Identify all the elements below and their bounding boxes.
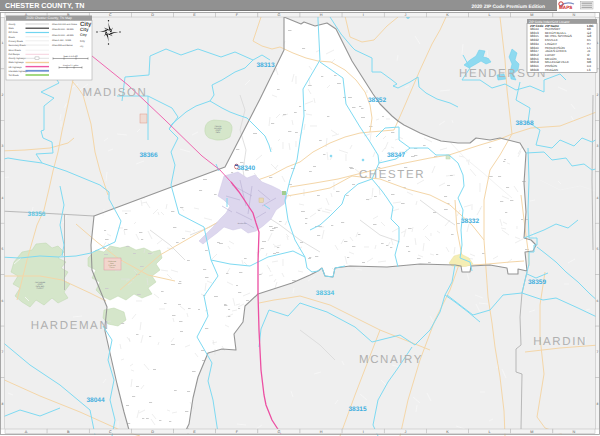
svg-text:38359: 38359 — [528, 279, 546, 286]
svg-text:38334: 38334 — [316, 290, 335, 297]
svg-text:38368: 38368 — [530, 68, 539, 72]
svg-text:K: K — [446, 430, 449, 434]
svg-text:Exit Ramps: Exit Ramps — [9, 53, 21, 56]
svg-text:Minor Roads: Minor Roads — [9, 49, 22, 52]
svg-text:5: 5 — [597, 247, 599, 251]
svg-text:L: L — [489, 13, 491, 17]
svg-text:L: L — [489, 430, 491, 434]
svg-text:CHESTER COUNTY, TN: CHESTER COUNTY, TN — [5, 1, 84, 10]
svg-text:G: G — [277, 13, 280, 17]
svg-text:Cities 100,000 and Above: Cities 100,000 and Above — [52, 23, 78, 26]
svg-text:HARDIN: HARDIN — [533, 336, 587, 348]
svg-text:N: N — [573, 13, 576, 17]
svg-text:Toll Roads: Toll Roads — [9, 74, 20, 77]
svg-text:38352: 38352 — [368, 97, 386, 104]
svg-text:D: D — [151, 430, 154, 434]
svg-text:REAGAN: REAGAN — [545, 68, 558, 72]
svg-text:HARDEMAN: HARDEMAN — [31, 320, 110, 332]
svg-text:Cities 50,000 - 99,999: Cities 50,000 - 99,999 — [52, 28, 74, 31]
svg-text:Cities 10,000 - 49,999: Cities 10,000 - 49,999 — [52, 34, 74, 37]
svg-text:38340: 38340 — [237, 165, 255, 172]
svg-text:4: 4 — [2, 196, 4, 200]
svg-text:Cities 999 and Below: Cities 999 and Below — [52, 44, 73, 47]
svg-text:J: J — [404, 13, 406, 17]
svg-text:Roads: Roads — [9, 36, 16, 39]
svg-text:Scale 1:158,400: Scale 1:158,400 — [63, 55, 78, 58]
svg-text:7: 7 — [2, 350, 4, 354]
svg-text:38356: 38356 — [28, 211, 46, 218]
svg-text:6: 6 — [2, 299, 4, 303]
svg-text:Cities 1,000 - 9,999: Cities 1,000 - 9,999 — [52, 39, 72, 42]
svg-text:M: M — [530, 13, 533, 17]
svg-text:H: H — [320, 430, 323, 434]
svg-text:MCNAIRY: MCNAIRY — [359, 354, 423, 366]
svg-text:City: City — [80, 33, 87, 37]
svg-text:K: K — [446, 13, 449, 17]
svg-text:State: State — [9, 27, 15, 30]
svg-text:G: G — [277, 430, 280, 434]
svg-text:L3: L3 — [587, 68, 591, 72]
svg-text:2: 2 — [597, 93, 599, 97]
svg-text:H: H — [320, 13, 323, 17]
svg-text:City: City — [80, 27, 89, 32]
svg-text:D: D — [151, 13, 154, 17]
svg-text:J: J — [404, 430, 406, 434]
svg-text:I: I — [363, 13, 364, 17]
svg-text:3: 3 — [597, 144, 599, 148]
svg-text:4: 4 — [597, 196, 599, 200]
svg-text:2020 Chester County, TN Map: 2020 Chester County, TN Map — [26, 16, 72, 20]
svg-text:City: City — [80, 39, 85, 43]
svg-text:38044: 38044 — [86, 397, 104, 404]
svg-text:US Highways: US Highways — [9, 66, 23, 69]
svg-text:7: 7 — [597, 350, 599, 354]
svg-text:FOREST: FOREST — [37, 287, 44, 290]
svg-text:MADISON: MADISON — [83, 87, 148, 99]
svg-text:ZIP Code: ZIP Code — [9, 31, 19, 34]
svg-text:N: N — [573, 430, 576, 434]
svg-text:3: 3 — [2, 144, 4, 148]
svg-text:38313: 38313 — [256, 62, 274, 69]
svg-text:State Highways: State Highways — [9, 61, 25, 64]
svg-text:5: 5 — [2, 247, 4, 251]
svg-text:M: M — [530, 430, 533, 434]
svg-text:6: 6 — [597, 299, 599, 303]
svg-text:2020 ZIP Code Premium Edition: 2020 ZIP Code Premium Edition — [471, 4, 545, 10]
svg-text:1 inch = 2.5 miles: 1 inch = 2.5 miles — [63, 64, 79, 67]
svg-text:Henderson: Henderson — [238, 222, 246, 225]
svg-text:Secondary Roads: Secondary Roads — [9, 44, 27, 47]
svg-text:County Highways: County Highways — [9, 57, 27, 60]
svg-text:38366: 38366 — [139, 152, 157, 159]
svg-text:8: 8 — [2, 402, 4, 406]
svg-text:2: 2 — [2, 93, 4, 97]
svg-text:CHESTER: CHESTER — [359, 169, 425, 181]
svg-text:Forest: Forest — [110, 266, 115, 269]
svg-text:1: 1 — [2, 41, 4, 45]
svg-text:38347: 38347 — [387, 152, 405, 159]
svg-text:B: B — [67, 430, 70, 434]
svg-text:Primary Roads: Primary Roads — [9, 40, 24, 43]
svg-text:38332: 38332 — [461, 218, 479, 225]
svg-text:C: C — [109, 13, 112, 17]
svg-text:I: I — [363, 430, 364, 434]
svg-text:38315: 38315 — [348, 406, 366, 413]
svg-text:38368: 38368 — [515, 120, 533, 127]
svg-text:County: County — [9, 23, 17, 26]
svg-text:C: C — [109, 430, 112, 434]
svg-text:8: 8 — [597, 402, 599, 406]
